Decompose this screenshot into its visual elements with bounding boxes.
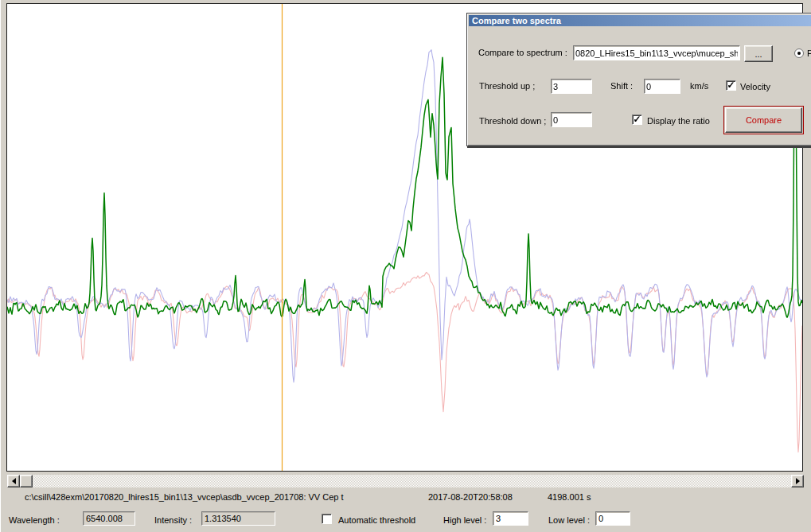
datetime-text: 2017-08-20T20:58:08 bbox=[428, 492, 513, 502]
shift-input[interactable] bbox=[644, 79, 680, 94]
threshold-down-input[interactable] bbox=[551, 112, 592, 127]
compare-button-label: Compare bbox=[746, 115, 782, 125]
display-ratio-checkbox[interactable]: ✓ bbox=[632, 115, 642, 125]
shift-label: Shift : bbox=[610, 81, 633, 91]
compare-button-face: Compare bbox=[725, 107, 802, 133]
dialog-titlebar[interactable]: Compare two spectra bbox=[469, 15, 811, 26]
check-icon: ✓ bbox=[633, 115, 641, 123]
left-arrow-icon bbox=[12, 478, 16, 484]
wavelength-value-field: 6540.008 bbox=[83, 511, 135, 526]
high-level-label: High level : bbox=[443, 515, 486, 525]
threshold-up-input[interactable] bbox=[551, 79, 592, 94]
threshold-up-label: Threshold up ; bbox=[479, 81, 535, 91]
right-arrow-icon bbox=[796, 478, 800, 484]
auto-threshold-label: Automatic threshold bbox=[338, 515, 415, 525]
browse-button[interactable]: ... bbox=[744, 45, 773, 62]
compare-to-label: Compare to spectrum : bbox=[478, 48, 567, 57]
velocity-checkbox[interactable]: ✓ bbox=[726, 80, 736, 91]
high-level-input[interactable] bbox=[493, 511, 528, 526]
intensity-value-field: 1.313540 bbox=[201, 511, 275, 526]
compare-to-input[interactable] bbox=[573, 45, 740, 60]
wavelength-value: 6540.008 bbox=[86, 514, 123, 523]
dialog-title: Compare two spectra bbox=[472, 16, 561, 25]
compare-button[interactable]: Compare bbox=[723, 106, 804, 134]
display-ratio-label: Display the ratio bbox=[647, 116, 710, 126]
compare-two-spectra-dialog: Compare two spectra Compare to spectrum … bbox=[466, 13, 811, 146]
horizontal-scrollbar[interactable] bbox=[7, 475, 804, 487]
auto-threshold-checkbox[interactable] bbox=[322, 514, 332, 524]
velocity-label: Velocity bbox=[740, 82, 770, 91]
wavelength-label: Wavelength : bbox=[9, 515, 60, 525]
scroll-right-button[interactable] bbox=[791, 475, 804, 487]
radio-label-fragment: F bbox=[807, 49, 811, 58]
low-level-input[interactable] bbox=[595, 511, 630, 526]
file-info-text: c:\csill\428exm\20170820_lhires15_bin1\1… bbox=[25, 492, 344, 502]
radio-button[interactable] bbox=[794, 49, 804, 58]
intensity-value: 1.313540 bbox=[205, 514, 241, 523]
scrollbar-thumb[interactable] bbox=[20, 475, 33, 487]
low-level-label: Low level : bbox=[548, 515, 590, 525]
scroll-left-button[interactable] bbox=[7, 475, 20, 487]
check-icon: ✓ bbox=[727, 81, 735, 89]
application-window: Compare two spectra Compare to spectrum … bbox=[0, 0, 811, 532]
shift-unit-label: km/s bbox=[690, 81, 708, 91]
radio-dot-icon bbox=[797, 52, 801, 55]
threshold-down-label: Threshold down ; bbox=[479, 116, 546, 126]
intensity-label: Intensity : bbox=[154, 515, 192, 525]
exposure-text: 4198.001 s bbox=[548, 492, 591, 502]
